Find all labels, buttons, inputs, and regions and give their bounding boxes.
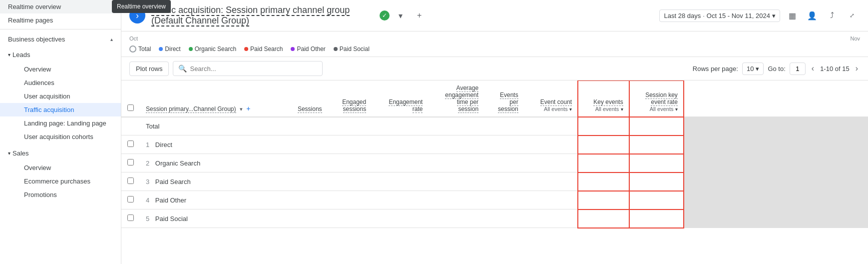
goto-section: Go to: ‹ 1-10 of 15 ›	[768, 62, 860, 75]
sidebar-group-business-objectives[interactable]: Business objectives ▴	[0, 32, 121, 47]
th-engagement-rate[interactable]: Engagementrate	[372, 80, 429, 117]
row-3-checkbox[interactable]	[127, 178, 134, 184]
table-row-4: 4 Paid Other	[121, 191, 868, 210]
cell-4-session-key-rate	[629, 191, 684, 210]
cell-2-engaged	[328, 154, 373, 172]
cell-4-event-count	[524, 191, 578, 210]
row-2-checkbox[interactable]	[127, 159, 134, 166]
cell-5-event-count	[524, 210, 578, 228]
table-row-2: 2 Organic Search	[121, 154, 868, 172]
topbar: › Traffic acquisition: Session primary c…	[121, 0, 868, 32]
th-sessions[interactable]: Sessions	[283, 80, 328, 117]
status-icon: ✓	[380, 10, 390, 20]
cell-5-sessions	[283, 210, 328, 228]
table-row-3: 3 Paid Search	[121, 172, 868, 191]
table-row-total: Total	[121, 117, 868, 136]
search-input[interactable]	[190, 65, 317, 72]
sidebar-item-sales-overview[interactable]: Overview	[0, 161, 121, 174]
prev-page-button[interactable]: ‹	[810, 63, 816, 74]
select-all-checkbox[interactable]	[127, 104, 134, 111]
paid-other-legend-dot	[291, 47, 295, 51]
chart-time-labels: Oct Nov	[129, 36, 860, 44]
row-4-label: Paid Other	[155, 196, 186, 204]
legend-paid-social: Paid Social	[334, 46, 370, 52]
add-col-icon[interactable]: +	[246, 104, 250, 112]
cell-3-engaged	[328, 172, 373, 191]
chart-area: Oct Nov Total Direct Organic Search	[121, 32, 868, 57]
search-icon: 🔍	[178, 64, 187, 72]
th-events-per-session[interactable]: Eventspersession	[484, 80, 524, 117]
legend-paid-search: Paid Search	[244, 46, 283, 52]
cell-5-session-key-rate	[629, 210, 684, 228]
chevron-down-icon-date: ▾	[772, 12, 776, 20]
divider	[0, 29, 121, 30]
th-event-count[interactable]: Event count All events ▾	[524, 80, 578, 117]
plot-rows-button[interactable]: Plot rows	[129, 62, 169, 76]
th-empty	[684, 80, 868, 117]
chart-legend: Total Direct Organic Search Paid Search …	[129, 44, 860, 56]
date-range-picker[interactable]: Last 28 days · Oct 15 - Nov 11, 2024 ▾	[659, 10, 780, 22]
cell-1-key-events	[578, 136, 629, 154]
sidebar-item-overview[interactable]: Overview	[0, 62, 121, 76]
user-profile-button[interactable]: 👤	[804, 8, 820, 24]
key-events-filter-icon[interactable]: ▾	[621, 106, 623, 112]
event-count-filter-icon[interactable]: ▾	[569, 106, 572, 112]
cell-total-key-events	[578, 117, 629, 136]
cell-5-engaged	[328, 210, 373, 228]
chevron-down-icon: ▾	[8, 52, 10, 58]
sidebar-item-realtime-overview[interactable]: Realtime overview	[0, 0, 121, 14]
main-content: › Traffic acquisition: Session primary c…	[121, 0, 868, 264]
sidebar-item-realtime-pages[interactable]: Realtime pages	[0, 14, 121, 27]
sidebar-item-landing-page[interactable]: Landing page: Landing page	[0, 116, 121, 130]
select-all-checkbox-cell	[121, 80, 140, 117]
table-area: Session primary...Channel Group) ▾ + Ses…	[121, 80, 868, 264]
sidebar-item-user-acquisition[interactable]: User acquisition	[0, 90, 121, 103]
share-button[interactable]: ⤴	[824, 8, 840, 24]
cell-5-avg-time	[429, 210, 484, 228]
chart-view-button[interactable]: ▦	[784, 8, 800, 24]
cell-1-avg-time	[429, 136, 484, 154]
cell-4-avg-time	[429, 191, 484, 210]
th-session-key-event-rate[interactable]: Session keyevent rate All events ▾	[629, 80, 684, 117]
sidebar-item-promotions[interactable]: Promotions	[0, 188, 121, 202]
cell-1-sessions	[283, 136, 328, 154]
row-3-label: Paid Search	[155, 178, 191, 186]
row-1-checkbox[interactable]	[127, 140, 134, 147]
cell-1-eng-rate	[372, 136, 429, 154]
goto-input[interactable]	[790, 62, 806, 75]
cell-5-key-events	[578, 210, 629, 228]
row-1-label: Direct	[155, 141, 172, 148]
cell-2-event-count	[524, 154, 578, 172]
paid-social-legend-dot	[334, 47, 338, 51]
sidebar-item-audiences[interactable]: Audiences	[0, 76, 121, 90]
sidebar-sales-group[interactable]: ▾ Sales	[0, 146, 121, 161]
cell-total-label: Total	[140, 117, 283, 136]
cell-total-gray	[684, 117, 868, 136]
sidebar-item-traffic-acquisition[interactable]: Traffic acquisition	[0, 103, 121, 116]
cell-5-gray	[684, 210, 868, 228]
cell-3-avg-time	[429, 172, 484, 191]
th-key-events[interactable]: Key events All events ▾	[578, 80, 629, 117]
cell-1-engaged	[328, 136, 373, 154]
legend-total: Total	[129, 46, 151, 52]
realtime-tooltip: Realtime overview	[112, 0, 171, 13]
row-5-checkbox[interactable]	[127, 214, 134, 221]
sidebar-item-ecommerce-purchases[interactable]: Ecommerce purchases	[0, 174, 121, 188]
dropdown-button[interactable]: ▾	[393, 8, 409, 24]
next-page-button[interactable]: ›	[854, 63, 860, 74]
cell-5-eng-rate	[372, 210, 429, 228]
th-avg-engagement-time[interactable]: Averageengagementtime persession	[429, 80, 484, 117]
sidebar-item-user-acquisition-cohorts[interactable]: User acquisition cohorts	[0, 130, 121, 144]
cell-3-session-key-rate	[629, 172, 684, 191]
add-button[interactable]: +	[412, 8, 428, 24]
expand-button[interactable]: ⤢	[844, 8, 860, 24]
th-engaged-sessions[interactable]: Engagedsessions	[328, 80, 373, 117]
session-key-filter-icon[interactable]: ▾	[675, 106, 678, 112]
row-4-checkbox[interactable]	[127, 196, 134, 202]
cell-2-events-per-session	[484, 154, 524, 172]
th-dimension[interactable]: Session primary...Channel Group) ▾ +	[140, 80, 283, 117]
cell-1-gray	[684, 136, 868, 154]
rows-per-page-select[interactable]: 10 ▾	[742, 62, 764, 75]
sidebar-leads-group[interactable]: ▾ Leads	[0, 47, 121, 62]
search-box: 🔍	[173, 61, 323, 76]
